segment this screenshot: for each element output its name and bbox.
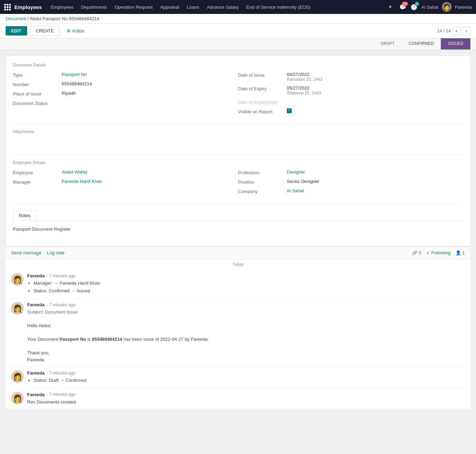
date-of-expiry-value: 05/27/2022 [287,85,321,91]
send-message-button[interactable]: Send message [11,250,41,255]
tab-notes[interactable]: Notes [13,210,37,221]
message-2: 👩 Fareeda - 7 minutes ago Subject: Docum… [6,299,470,367]
date-of-expiry-hijri: Shawwal 25, 1443 [287,91,321,95]
followers-count-area[interactable]: 🔗 0 [412,250,421,255]
nav-eos[interactable]: End of Service Indemnity (EOS) [243,3,314,11]
online-indicator-2 [21,311,23,314]
employee-value[interactable]: Abdul Wahid [62,169,87,175]
msg-body-4: Fareeda - 7 minutes ago Res Documents cr… [27,392,465,406]
manager-label: Manager [13,179,62,185]
create-button[interactable]: CREATE [30,26,60,36]
nav-operation-request[interactable]: Operation Request [111,3,156,11]
company-label: Company [238,188,287,194]
nav-loans[interactable]: Loans [183,3,202,11]
document-card: Document Details Type Passport No Number… [6,55,470,246]
prev-button[interactable]: ‹ [452,27,461,35]
msg-header-3: Fareeda - 7 minutes ago [27,370,465,376]
notes-tabs: Notes [13,210,463,221]
position-row: Position Senior Designer [238,179,456,185]
nav-right: 💬 36 🕐 6 Al Sahal 👩 Fareeda [399,2,472,12]
nav-advance-salary[interactable]: Advance Salary [204,3,242,11]
document-details-grid: Type Passport No Number 655488484214 Pla… [13,72,463,118]
employee-details-title: Employee Details [13,160,463,165]
following-label: Following [431,250,451,255]
msg-avatar-3: 👩 [11,370,24,383]
number-row: Number 655488484214 [13,81,231,87]
msg-avatar-1: 👩 [11,273,24,286]
date-of-expiry-hijri-label: Date of Expiry(Hijri) [238,99,287,105]
tab-issued[interactable]: ISSUED [441,38,470,49]
position-value: Senior Designer [287,179,319,184]
visible-on-report-checkbox[interactable] [287,108,292,113]
main-content: Document Details Type Passport No Number… [0,50,476,415]
msg-time-4: - 7 minutes ago [47,392,76,397]
msg-header-1: Fareeda - 7 minutes ago [27,273,465,278]
company-name: Al Sahal [421,5,438,10]
nav-departments[interactable]: Departments [78,3,110,11]
followers-persons-button[interactable]: 👤 1 [455,250,465,255]
status-tabs: DRAFT CONFIRMED ISSUED [0,38,476,50]
message-1: 👩 Fareeda - 7 minutes ago Manager: → Far… [6,270,470,299]
doc-status-row: Document Status [13,100,231,106]
message-4: 👩 Fareeda - 7 minutes ago Res Documents … [6,388,470,409]
msg-time-2: - 7 minutes ago [47,302,76,307]
breadcrumb-parent[interactable]: Document [6,16,26,21]
nav-employees[interactable]: Employees [47,3,77,11]
type-value[interactable]: Passport No [62,72,87,77]
msg-body-1: Fareeda - 7 minutes ago Manager: → Faree… [27,273,465,295]
messages-badge[interactable]: 💬 36 [399,3,407,11]
pagination: 14 / 14 ‹ › [437,27,470,35]
nav-links: Employees Departments Operation Request … [47,3,381,11]
msg-header-2: Fareeda - 7 minutes ago [27,302,465,307]
date-of-expiry-label: Date of Expiry [238,85,287,91]
chatter-toolbar: Send message Log note 🔗 0 ✓ Following 👤 … [6,246,470,259]
log-note-button[interactable]: Log note [47,250,65,255]
tab-confirmed[interactable]: CONFIRMED [402,38,441,49]
pagination-text: 14 / 14 [437,28,451,33]
visible-on-report-row: Visible on Report [238,108,456,114]
msg-author-2: Fareeda [27,302,45,307]
number-label: Number [13,81,62,87]
online-indicator [21,283,23,285]
online-indicator-3 [21,380,23,383]
date-of-issue-hijri: Ramadan 25, 1443 [287,77,322,82]
chatter: Send message Log note 🔗 0 ✓ Following 👤 … [6,246,470,409]
edit-button[interactable]: EDIT [6,26,27,36]
breadcrumb-current: Abdul Passport No 655488484214 [30,16,99,21]
msg-text-2: Subject: Document Issue Hello Abdul, You… [27,309,465,363]
action-menu[interactable]: Action [67,28,84,33]
following-button[interactable]: ✓ Following [426,250,451,255]
attachment-title: Attachment [13,129,463,134]
followers-persons-count: 1 [462,250,465,255]
date-of-issue-value: 04/27/2022 [287,72,322,77]
updates-badge[interactable]: 🕐 6 [410,3,418,11]
msg-time-1: - 7 minutes ago [47,274,76,278]
top-navigation: Employees Employees Departments Operatio… [0,0,476,14]
visible-on-report-label: Visible on Report [238,108,287,114]
notes-content: Passport Document Register [13,225,463,239]
company-value[interactable]: Al Sahal [287,188,304,193]
company-row: Company Al Sahal [238,188,456,194]
app-name: Employees [14,4,42,10]
employee-row: Employee Abdul Wahid [13,169,231,175]
profession-row: Profession Designer [238,169,456,175]
msg-time-3: - 7 minutes ago [47,371,76,376]
date-of-issue-label: Date of Issue [238,72,287,78]
msg-header-4: Fareeda - 7 minutes ago [27,392,465,397]
followers-count: 0 [419,250,421,255]
msg-author-4: Fareeda [27,392,45,397]
user-avatar[interactable]: 👩 [442,2,452,12]
manager-value[interactable]: Fareeda Hanif Khan [62,179,102,184]
tab-draft[interactable]: DRAFT [374,38,402,49]
employee-details-grid: Employee Abdul Wahid Manager Fareeda Han… [13,169,463,198]
chatter-right: 🔗 0 ✓ Following 👤 1 [412,250,465,255]
document-details-title: Document Details [13,63,463,68]
nav-appraisal[interactable]: Appraisal [157,3,183,11]
add-menu-button[interactable]: + [389,3,392,11]
place-of-issue-row: Place of Issue Riyadh [13,91,231,97]
app-brand[interactable]: Employees [4,4,42,10]
profession-value[interactable]: Designer [287,169,305,175]
next-button[interactable]: › [462,27,470,35]
date-of-issue-row: Date of Issue 04/27/2022 Ramadan 25, 144… [238,72,456,82]
attachment-area [13,138,463,149]
